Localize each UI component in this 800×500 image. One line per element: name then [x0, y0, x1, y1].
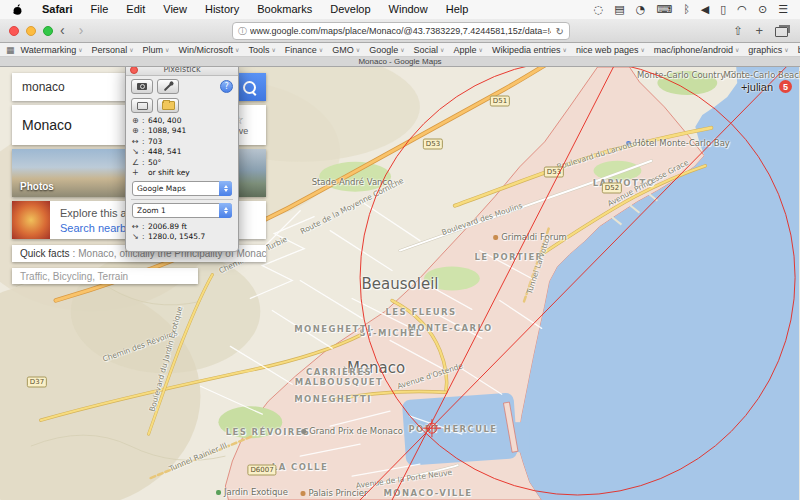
chevron-down-icon: ∨	[562, 46, 566, 53]
pixelstick-scaled-delta-row: ↘:1280.0, 1545.7	[132, 232, 232, 243]
display-icon[interactable]: ▤	[614, 3, 624, 16]
bookmark-label: Google	[369, 45, 398, 55]
distance-icon: ↔	[132, 222, 142, 231]
page-info-icon[interactable]: ⓘ	[238, 25, 247, 38]
menubar-status-icons: ◌▤◔⌨ᛒ◀▯◠⊙☰	[594, 3, 800, 16]
distance-value: 2006.89 ft	[148, 222, 187, 231]
screen: SafariFileEditViewHistoryBookmarksDevelo…	[0, 0, 800, 500]
bookmark-item[interactable]: Tools∨	[248, 45, 275, 55]
preset-value: Google Maps	[137, 184, 186, 193]
snapshot-button[interactable]	[131, 98, 153, 113]
bookmark-item[interactable]: Apple∨	[454, 45, 483, 55]
bookmark-item[interactable]: graphics∨	[748, 45, 788, 55]
end-point-value: 1088, 941	[148, 126, 186, 135]
bookmark-item[interactable]: mac/iphone/android∨	[654, 45, 739, 55]
chevron-down-icon: ∨	[165, 46, 169, 53]
tab-monaco-google-maps[interactable]: Monaco - Google Maps	[0, 57, 800, 66]
start-point-icon: ⊕	[132, 116, 142, 125]
close-icon[interactable]	[130, 66, 138, 74]
width-value: 703	[148, 137, 162, 146]
bluetooth-icon[interactable]: ᛒ	[683, 3, 690, 16]
bookmark-label: Watermarking	[21, 45, 77, 55]
bookmark-item[interactable]: Watermarking∨	[21, 45, 83, 55]
pixelstick-width-row: ↔:703	[132, 136, 232, 147]
bookmark-item[interactable]: Social∨	[414, 45, 445, 55]
help-button[interactable]: ?	[220, 80, 233, 93]
layers-card[interactable]: Traffic, Bicycling, Terrain	[12, 268, 198, 284]
back-button[interactable]: ‹	[53, 20, 72, 41]
bookmark-label: Social	[414, 45, 439, 55]
menu-window[interactable]: Window	[380, 0, 437, 19]
new-tab-button[interactable]: +	[755, 23, 763, 38]
menu-file[interactable]: File	[82, 0, 118, 19]
tab-overview-icon[interactable]	[775, 27, 788, 37]
bookmark-label: mac/iphone/android	[654, 45, 733, 55]
explore-thumbnail[interactable]	[12, 201, 50, 239]
menu-safari[interactable]: Safari	[33, 0, 82, 19]
modifier-value: or shift key	[148, 168, 190, 177]
scaled-delta-value: 1280.0, 1545.7	[148, 232, 205, 241]
modifier-icon: +	[132, 168, 142, 177]
menu-help[interactable]: Help	[437, 0, 478, 19]
chevron-down-icon: ∨	[640, 46, 644, 53]
bookmark-item[interactable]: Finance∨	[285, 45, 323, 55]
wifi-icon[interactable]: ◠	[737, 3, 747, 16]
open-folder-button[interactable]	[157, 98, 179, 113]
url-text: www.google.com/maps/place/Monaco/@43.738…	[250, 26, 551, 36]
menu-develop[interactable]: Develop	[321, 0, 379, 19]
spotlight-icon[interactable]: ⊙	[758, 3, 767, 16]
delta-icon: ↘	[132, 147, 142, 156]
tab-bar: Monaco - Google Maps	[0, 57, 800, 67]
bookmark-item[interactable]: Plum∨	[143, 45, 170, 55]
zoom-dropdown[interactable]: Zoom 1	[132, 203, 232, 218]
chevron-down-icon: ∨	[319, 46, 323, 53]
notifications-badge[interactable]: 5	[779, 80, 792, 93]
reload-icon[interactable]: ↻	[556, 26, 564, 37]
chevron-down-icon: ∨	[129, 46, 133, 53]
bookmark-item[interactable]: Google∨	[369, 45, 404, 55]
chevron-down-icon: ∨	[400, 46, 404, 53]
keyboard-icon[interactable]: ⌨	[656, 3, 672, 16]
preset-dropdown[interactable]: Google Maps	[132, 181, 232, 196]
battery-icon[interactable]: ▯	[720, 3, 726, 16]
bookmark-item[interactable]: nice web pages∨	[576, 45, 645, 55]
page-content: BeausoleilMonacoLARVOTTOMONTE-CARLOLES F…	[0, 67, 800, 500]
menu-view[interactable]: View	[154, 0, 196, 19]
pixelstick-start-point-row: ⊕:640, 400	[132, 115, 232, 126]
width-icon: ↔	[132, 137, 142, 146]
url-field[interactable]: ⓘ www.google.com/maps/place/Monaco/@43.7…	[232, 22, 570, 40]
apple-menu-icon[interactable]	[12, 4, 23, 16]
eyedropper-button[interactable]	[157, 79, 179, 94]
bookmark-label: Finance	[285, 45, 317, 55]
chevron-down-icon: ∨	[784, 46, 788, 53]
window-minimize-button[interactable]	[26, 26, 36, 36]
account-name[interactable]: +julian	[741, 81, 773, 93]
notification-center-icon[interactable]: ☰	[778, 3, 788, 16]
pixelstick-modifier-row: +or shift key	[132, 168, 232, 179]
bookmark-item[interactable]: GMO∨	[332, 45, 360, 55]
dropdown-arrows-icon	[219, 203, 232, 218]
share-icon[interactable]: ⇧	[733, 24, 743, 38]
time-machine-icon[interactable]: ◔	[636, 3, 646, 16]
bookmark-item[interactable]: Win/Microsoft∨	[178, 45, 239, 55]
menu-history[interactable]: History	[196, 0, 248, 19]
menu-bookmarks[interactable]: Bookmarks	[248, 0, 321, 19]
bookmarks-bar: ▦ Watermarking∨Personal∨Plum∨Win/Microso…	[0, 43, 800, 57]
forward-button[interactable]: ›	[72, 20, 91, 41]
bookmark-label: Wikipedia entries	[492, 45, 561, 55]
dropdown-arrows-icon	[219, 181, 232, 196]
screenshot-button[interactable]	[131, 79, 153, 94]
account-chip[interactable]: +julian 5	[741, 80, 792, 93]
menu-edit[interactable]: Edit	[117, 0, 154, 19]
hotspot-icon[interactable]: ◌	[594, 3, 604, 16]
bookmark-item[interactable]: Personal∨	[92, 45, 134, 55]
window-zoom-button[interactable]	[43, 26, 53, 36]
volume-icon[interactable]: ◀	[701, 3, 709, 16]
chevron-down-icon: ∨	[235, 46, 239, 53]
bookmarks-grid-icon[interactable]: ▦	[6, 45, 15, 55]
bookmark-item[interactable]: Wikipedia entries∨	[492, 45, 567, 55]
end-point-icon: ⊕	[132, 126, 142, 135]
bookmark-label: GMO	[332, 45, 354, 55]
window-close-button[interactable]	[9, 26, 19, 36]
bookmark-label: Tools	[248, 45, 269, 55]
